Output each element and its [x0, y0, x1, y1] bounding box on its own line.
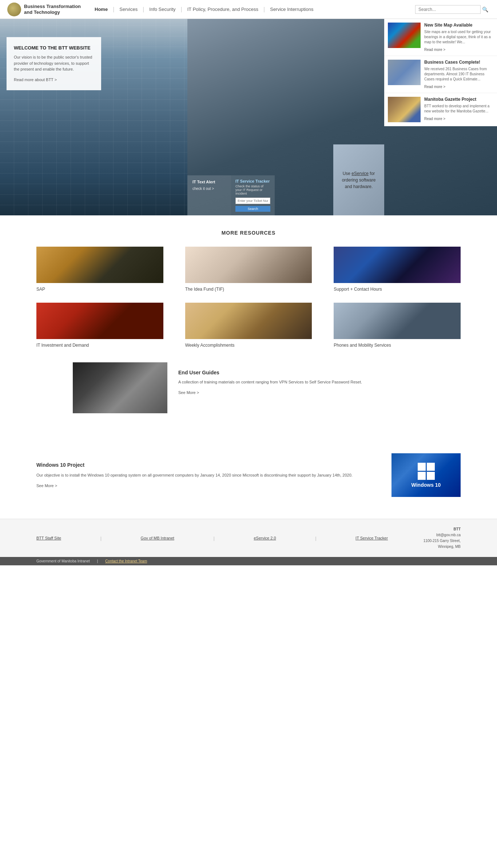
news-title-3: Manitoba Gazette Project: [424, 97, 493, 102]
resource-img-sap: [36, 247, 163, 283]
resource-label-itinvest: IT Investment and Demand: [36, 343, 163, 348]
windows10-content: Windows 10 Project Our objective is to i…: [36, 462, 391, 488]
footer-bar: Government of Manitoba Intranet | Contac…: [0, 557, 497, 565]
nav-it-policy[interactable]: IT Policy, Procedure, and Process: [182, 7, 263, 12]
footer: BTT Staff Site | Gov of MB Intranet | eS…: [0, 519, 497, 557]
footer-sep-1: |: [100, 535, 102, 541]
end-user-title: End User Guides: [178, 370, 413, 375]
footer-sep-3: |: [315, 535, 316, 541]
footer-link-gov-mb[interactable]: Gov of MB Intranet: [141, 536, 174, 540]
resource-weekly[interactable]: Weekly Accomplishments: [185, 303, 312, 348]
news-thumb-1: [388, 23, 421, 48]
resource-img-support: [334, 247, 461, 283]
site-logo[interactable]: Business Transformation and Technology: [7, 3, 82, 16]
news-content-3: Manitoba Gazette Project BTT worked to d…: [424, 97, 493, 122]
news-thumb-2: [388, 60, 421, 85]
end-user-link[interactable]: See More >: [178, 390, 199, 395]
resource-support[interactable]: Support + Contact Hours: [334, 247, 461, 292]
footer-address1: 1100-215 Garry Street,: [424, 539, 461, 543]
end-user-guides: End User Guides A collection of training…: [36, 362, 461, 413]
more-resources-title: MORE RESOURCES: [36, 230, 461, 236]
footer-address2: Winnipeg, MB: [438, 545, 461, 549]
more-resources-section: MORE RESOURCES SAP The Idea Fund (TIF) S…: [0, 215, 497, 442]
resource-phones[interactable]: Phones and Mobility Services: [334, 303, 461, 348]
it-service-tracker-widget: IT Service Tracker Check the status of y…: [231, 175, 275, 215]
footer-email: btt@gov.mb.ca: [436, 533, 461, 537]
news-item-3: Manitoba Gazette Project BTT worked to d…: [384, 93, 497, 126]
footer-bar-contact-link[interactable]: Contact the Intranet Team: [105, 559, 147, 563]
welcome-box: WELCOME TO THE BTT WEBSITE Our vision is…: [7, 37, 101, 90]
resource-sap[interactable]: SAP: [36, 247, 163, 292]
news-readmore-3[interactable]: Read more >: [424, 117, 445, 121]
eservice-text: Use eService for ordering software and h…: [338, 170, 380, 190]
news-content-2: Business Cases Complete! We received 261…: [424, 60, 493, 89]
eservice-link[interactable]: eService: [351, 171, 369, 176]
news-readmore-2[interactable]: Read more >: [424, 85, 445, 89]
footer-link-btt-staff[interactable]: BTT Staff Site: [36, 536, 61, 540]
footer-org: BTT: [454, 527, 461, 531]
footer-link-it-tracker[interactable]: IT Service Tracker: [355, 536, 388, 540]
windows-logo-icon: [418, 463, 435, 480]
nav-home[interactable]: Home: [90, 7, 113, 12]
footer-sep-2: |: [213, 535, 214, 541]
it-text-alert-widget: IT Text Alert check it out >: [187, 175, 231, 215]
footer-bar-separator: |: [97, 559, 98, 563]
resource-tif[interactable]: The Idea Fund (TIF): [185, 247, 312, 292]
welcome-body: Our vision is to be the public sector's …: [14, 54, 94, 72]
welcome-title: WELCOME TO THE BTT WEBSITE: [14, 45, 94, 51]
news-readmore-1[interactable]: Read more >: [424, 48, 445, 52]
footer-contact: BTT btt@gov.mb.ca 1100-215 Garry Street,…: [424, 526, 461, 550]
nav-service-interruptions[interactable]: Service Interruptions: [265, 7, 318, 12]
search-button[interactable]: 🔍: [481, 5, 490, 14]
news-thumb-3: [388, 97, 421, 122]
resource-it-invest[interactable]: IT Investment and Demand: [36, 303, 163, 348]
windows10-title: Windows 10 Project: [36, 462, 377, 468]
nav-services[interactable]: Services: [114, 7, 143, 12]
footer-link-eservice[interactable]: eService 2.0: [254, 536, 276, 540]
windows10-img-label: Windows 10: [411, 482, 441, 488]
resource-img-weekly: [185, 303, 312, 339]
resource-grid: SAP The Idea Fund (TIF) Support + Contac…: [36, 247, 461, 348]
tracker-title: IT Service Tracker: [235, 179, 270, 183]
end-user-body: A collection of training materials on co…: [178, 379, 413, 385]
news-content-1: New Site Map Available Site maps are a t…: [424, 23, 493, 52]
resource-label-weekly: Weekly Accomplishments: [185, 343, 312, 348]
resource-label-tif: The Idea Fund (TIF): [185, 287, 312, 292]
logo-text: Business Transformation and Technology: [24, 4, 82, 15]
resource-img-itinvest: [36, 303, 163, 339]
footer-bar-text: Government of Manitoba Intranet: [36, 559, 90, 563]
end-user-img: [73, 362, 167, 413]
news-item-1: New Site Map Available Site maps are a t…: [384, 19, 497, 56]
windows10-body: Our objective is to install the Windows …: [36, 472, 377, 478]
resource-label-sap: SAP: [36, 287, 163, 292]
tracker-search-button[interactable]: Search: [235, 206, 270, 212]
logo-icon: [7, 3, 21, 16]
resource-label-support: Support + Contact Hours: [334, 287, 461, 292]
end-user-content: End User Guides A collection of training…: [167, 362, 424, 413]
news-body-1: Site maps are a tool used for getting yo…: [424, 29, 493, 45]
resource-label-phones: Phones and Mobility Services: [334, 343, 461, 348]
news-title-2: Business Cases Complete!: [424, 60, 493, 65]
news-body-3: BTT worked to develop and implement a ne…: [424, 104, 493, 114]
nav-info-security[interactable]: Info Security: [144, 7, 180, 12]
news-body-2: We received 261 Business Cases from depa…: [424, 67, 493, 82]
resource-img-phones: [334, 303, 461, 339]
search-input[interactable]: [415, 5, 481, 14]
tracker-body: Check the status of your IT Request or I…: [235, 184, 270, 195]
welcome-readmore-link[interactable]: Read more about BTT >: [14, 77, 57, 82]
windows10-section: Windows 10 Project Our objective is to i…: [0, 442, 497, 508]
hero-section: WELCOME TO THE BTT WEBSITE Our vision is…: [0, 19, 497, 215]
windows10-image: Windows 10: [391, 453, 461, 497]
alert-link[interactable]: check it out >: [192, 187, 214, 191]
resource-img-tif: [185, 247, 312, 283]
windows10-link[interactable]: See More >: [36, 483, 57, 488]
search-form: 🔍: [415, 5, 490, 14]
tracker-input[interactable]: [235, 198, 270, 204]
news-panel: New Site Map Available Site maps are a t…: [384, 19, 497, 126]
alert-title: IT Text Alert: [192, 180, 226, 184]
news-item-2: Business Cases Complete! We received 261…: [384, 56, 497, 93]
news-title-1: New Site Map Available: [424, 23, 493, 28]
eservice-promo: Use eService for ordering software and h…: [333, 144, 384, 215]
nav-links: Home | Services | Info Security | IT Pol…: [90, 6, 415, 13]
navigation: Business Transformation and Technology H…: [0, 0, 497, 19]
